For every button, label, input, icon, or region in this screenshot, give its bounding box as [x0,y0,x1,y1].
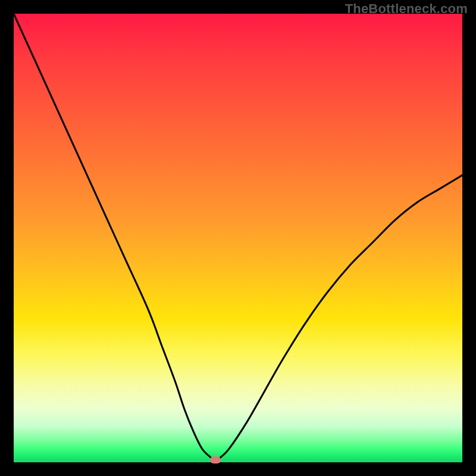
bottleneck-curve-path [14,14,462,462]
curve-svg [14,14,462,462]
chart-frame: TheBottleneck.com [0,0,476,476]
minimum-marker [210,456,221,464]
plot-area [14,14,462,462]
